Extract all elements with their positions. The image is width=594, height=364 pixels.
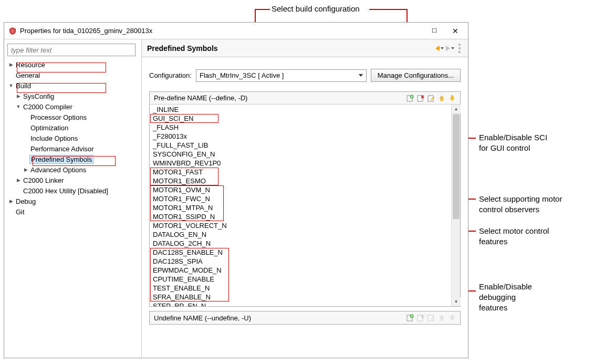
predefine-title: Pre-define NAME (--define, -D) — [154, 94, 407, 102]
add-icon[interactable] — [407, 314, 414, 321]
tree-label: General — [15, 71, 41, 79]
panel-header: Predefined Symbols — [142, 39, 468, 57]
symbol-item[interactable]: MOTOR1_ESMO — [151, 176, 450, 185]
symbol-item[interactable]: _F280013x — [151, 132, 450, 141]
symbol-item[interactable]: MOTOR1_MTPA_N — [151, 203, 450, 212]
configuration-value: Flash_MtrInv_3SC [ Active ] — [200, 71, 284, 79]
symbol-item[interactable]: _FLASH — [151, 123, 450, 132]
tree-label: C2000 Compiler — [22, 103, 74, 111]
main-panel: Predefined Symbols Configuration: Flash_… — [142, 39, 468, 358]
chevron-down-icon — [359, 74, 363, 77]
manage-configurations-button[interactable]: Manage Configurations... — [371, 69, 461, 82]
tree-item-optimization[interactable]: Optimization — [7, 122, 141, 133]
tree-item-c2000-hex[interactable]: C2000 Hex Utility [Disabled] — [7, 185, 141, 196]
panel-menu-button[interactable] — [456, 44, 463, 53]
tree-item-c2000-linker[interactable]: ▶C2000 Linker — [7, 175, 141, 185]
callout-observers-1: Select supporting motor — [479, 194, 562, 203]
tree-item-general[interactable]: ▶General — [7, 70, 141, 80]
tree-label: Include Options — [29, 134, 79, 142]
undefine-title: Undefine NAME (--undefine, -U) — [154, 314, 407, 322]
tree-item-c2000-compiler[interactable]: ▼C2000 Compiler — [7, 101, 141, 112]
symbol-item[interactable]: _FULL_FAST_LIB — [151, 141, 450, 150]
properties-window: Properties for tida_010265_gminv_280013x… — [4, 22, 468, 358]
callout-sci-2: for GUI control — [479, 143, 530, 152]
app-icon — [8, 27, 17, 35]
move-up-icon[interactable] — [438, 95, 445, 102]
symbol-item[interactable]: CPUTIME_ENABLE — [151, 275, 450, 284]
property-tree: ▶Resource ▶General ▼Build ▶SysConfig ▼C2… — [7, 59, 141, 217]
tree-item-git[interactable]: ▶Git — [7, 206, 141, 217]
tree-item-predefined-symbols[interactable]: Predefined Symbols — [7, 154, 141, 164]
callout-debug-2: debugging — [479, 293, 516, 301]
move-down-icon[interactable] — [449, 95, 456, 102]
callout-top: Select build configuration — [272, 4, 360, 13]
configuration-select[interactable]: Flash_MtrInv_3SC [ Active ] — [196, 69, 367, 82]
callout-debug-3: features — [479, 303, 507, 312]
configuration-row: Configuration: Flash_MtrInv_3SC [ Active… — [142, 57, 468, 91]
tree-item-advanced-options[interactable]: ▶Advanced Options — [7, 164, 141, 175]
scrollbar[interactable]: ▲ ▼ — [451, 105, 460, 306]
tree-item-resource[interactable]: ▶Resource — [7, 59, 141, 70]
tree-label: Optimization — [29, 124, 69, 132]
symbol-item[interactable]: GUI_SCI_EN — [151, 114, 450, 123]
tree-item-sysconfig[interactable]: ▶SysConfig — [7, 91, 141, 101]
symbol-item[interactable]: DAC128S_ENABLE_N — [151, 248, 450, 257]
symbol-list[interactable]: _INLINEGUI_SCI_EN_FLASH_F280013x_FULL_FA… — [150, 105, 451, 306]
delete-icon — [417, 314, 424, 321]
tree-label: Advanced Options — [29, 166, 87, 174]
symbol-item[interactable]: MOTOR1_FWC_N — [151, 194, 450, 203]
scroll-up-button[interactable]: ▲ — [452, 105, 461, 113]
tree-item-performance-advisor[interactable]: Performance Advisor — [7, 143, 141, 154]
tree-item-debug[interactable]: ▶Debug — [7, 196, 141, 206]
maximize-button[interactable]: ☐ — [424, 24, 445, 38]
tree-label: Performance Advisor — [29, 145, 95, 153]
close-button[interactable]: ✕ — [445, 24, 466, 38]
sidebar: ▶Resource ▶General ▼Build ▶SysConfig ▼C2… — [4, 39, 142, 358]
tree-item-include-options[interactable]: Include Options — [7, 133, 141, 143]
symbol-item[interactable]: STEP_RP_EN_N — [151, 301, 450, 306]
predefine-panel: Pre-define NAME (--define, -D) _INLINEGU… — [149, 91, 461, 307]
panel-title: Predefined Symbols — [147, 44, 435, 53]
symbol-item[interactable]: TEST_ENABLE_N — [151, 284, 450, 293]
symbol-item[interactable]: MOTOR1_FAST — [151, 168, 450, 176]
symbol-item[interactable]: SYSCONFIG_EN_N — [151, 150, 450, 159]
symbol-item[interactable]: MOTOR1_OVM_N — [151, 185, 450, 194]
tree-label: Debug — [15, 197, 37, 205]
window-title: Properties for tida_010265_gminv_280013x — [20, 27, 424, 35]
symbol-item[interactable]: MOTOR1_SSIPD_N — [151, 212, 450, 221]
tree-item-processor-options[interactable]: Processor Options — [7, 112, 141, 122]
callout-debug-1: Enable/Disable — [479, 282, 532, 291]
delete-icon[interactable] — [417, 95, 424, 102]
symbol-item[interactable]: MOTOR1_VOLRECT_N — [151, 221, 450, 230]
arrow-segment — [369, 9, 408, 10]
tree-label: Processor Options — [29, 113, 88, 121]
scroll-thumb[interactable] — [453, 114, 460, 219]
symbol-item[interactable]: DATALOG_EN_N — [151, 230, 450, 239]
symbol-item[interactable]: EPWMDAC_MODE_N — [151, 266, 450, 275]
tree-label: C2000 Hex Utility [Disabled] — [22, 187, 109, 195]
undefine-header: Undefine NAME (--undefine, -U) — [150, 311, 460, 324]
configuration-label: Configuration: — [149, 71, 192, 79]
tree-label: SysConfig — [22, 92, 55, 100]
undefine-panel: Undefine NAME (--undefine, -U) — [149, 311, 461, 325]
titlebar: Properties for tida_010265_gminv_280013x… — [4, 23, 468, 39]
symbol-item[interactable]: DATALOG_2CH_N — [151, 239, 450, 248]
nav-back-button[interactable] — [435, 46, 444, 51]
symbol-item[interactable]: _INLINE — [151, 105, 450, 114]
tree-label: Predefined Symbols — [29, 155, 93, 164]
move-down-icon — [449, 314, 456, 321]
scroll-down-button[interactable]: ▼ — [452, 297, 461, 306]
edit-icon[interactable] — [428, 95, 435, 102]
tree-label: C2000 Linker — [22, 176, 65, 184]
callout-sci-1: Enable/Disable SCI — [479, 133, 547, 142]
filter-input[interactable] — [7, 44, 136, 56]
symbol-item[interactable]: SFRA_ENABLE_N — [151, 293, 450, 301]
add-icon[interactable] — [407, 95, 414, 102]
nav-forward-button[interactable] — [446, 46, 454, 51]
callout-features-1: Select motor control — [479, 226, 549, 235]
callout-features-2: features — [479, 237, 507, 246]
symbol-item[interactable]: WMINVBRD_REV1P0 — [151, 159, 450, 168]
symbol-item[interactable]: DAC128S_SPIA — [151, 257, 450, 266]
tree-item-build[interactable]: ▼Build — [7, 80, 141, 91]
arrow-segment — [255, 9, 270, 10]
